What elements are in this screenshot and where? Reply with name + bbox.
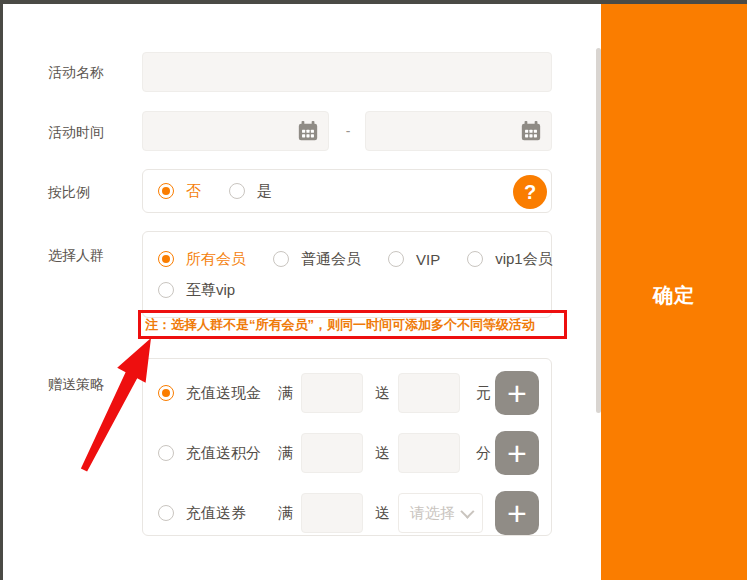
ratio-option-yes[interactable]: 是 — [229, 182, 272, 201]
by-ratio-group: 否 是 ? — [142, 169, 552, 213]
coupon-select[interactable]: 请选择 — [398, 493, 483, 533]
confirm-panel: 确定 — [601, 0, 747, 580]
strategy-group: 充值送现金 满 送 元 + 充值送积分 满 送 分 + 充值送券 满 送 请选择 — [142, 358, 552, 536]
radio-icon[interactable] — [229, 183, 245, 199]
strategy-coupon-label: 充值送券 — [186, 504, 264, 523]
crowd-option-vip[interactable]: VIP — [388, 251, 440, 268]
crowd-group: 所有会员 普通会员 VIP vip1会员 至尊vip — [142, 231, 552, 318]
radio-icon[interactable] — [388, 251, 404, 267]
ratio-option-no-label: 否 — [186, 182, 201, 201]
strategy-row-coupon: 充值送券 满 送 请选择 + — [143, 491, 551, 535]
calendar-icon — [520, 120, 542, 142]
coupon-select-placeholder: 请选择 — [410, 504, 455, 523]
threshold-prefix: 满 — [278, 384, 293, 403]
radio-selected-icon[interactable] — [158, 183, 174, 199]
crowd-option-supreme-vip-label: 至尊vip — [186, 281, 235, 300]
window-left-edge — [0, 0, 3, 580]
radio-icon[interactable] — [467, 251, 483, 267]
confirm-button[interactable]: 确定 — [601, 282, 747, 309]
radio-icon[interactable] — [158, 445, 174, 461]
activity-time-label: 活动时间 — [48, 124, 104, 142]
radio-icon[interactable] — [158, 505, 174, 521]
help-icon[interactable]: ? — [513, 175, 547, 209]
ratio-option-yes-label: 是 — [257, 182, 272, 201]
add-coupon-rule-button[interactable]: + — [495, 491, 539, 535]
radio-icon[interactable] — [158, 282, 174, 298]
crowd-option-vip1-label: vip1会员 — [495, 250, 553, 269]
crowd-option-normal-label: 普通会员 — [301, 250, 361, 269]
crowd-option-supreme-vip[interactable]: 至尊vip — [158, 281, 235, 300]
window-top-edge — [0, 0, 747, 4]
activity-name-input[interactable] — [142, 52, 552, 92]
select-crowd-label: 选择人群 — [48, 247, 104, 265]
strategy-points-label: 充值送积分 — [186, 444, 264, 463]
radio-selected-icon[interactable] — [158, 251, 174, 267]
crowd-option-normal[interactable]: 普通会员 — [273, 250, 361, 269]
cash-gift-input[interactable] — [398, 373, 460, 413]
dialog: 活动名称 活动时间 - — [0, 0, 747, 580]
ratio-option-no[interactable]: 否 — [158, 182, 201, 201]
chevron-down-icon — [460, 505, 474, 519]
threshold-prefix: 满 — [278, 444, 293, 463]
gift-prefix: 送 — [375, 504, 390, 523]
points-gift-input[interactable] — [398, 433, 460, 473]
unit-yuan: 元 — [476, 384, 491, 403]
crowd-option-vip1[interactable]: vip1会员 — [467, 250, 553, 269]
strategy-row-cash: 充值送现金 满 送 元 + — [143, 371, 551, 415]
unit-points: 分 — [476, 444, 491, 463]
date-end-input[interactable] — [365, 111, 552, 151]
threshold-prefix: 满 — [278, 504, 293, 523]
strategy-cash-label: 充值送现金 — [186, 384, 264, 403]
add-points-rule-button[interactable]: + — [495, 431, 539, 475]
cash-threshold-input[interactable] — [301, 373, 363, 413]
date-range-separator: - — [330, 111, 366, 151]
activity-name-label: 活动名称 — [48, 64, 104, 82]
radio-selected-icon[interactable] — [158, 385, 174, 401]
crowd-option-vip-label: VIP — [416, 251, 440, 268]
add-cash-rule-button[interactable]: + — [495, 371, 539, 415]
coupon-threshold-input[interactable] — [301, 493, 363, 533]
gift-prefix: 送 — [375, 384, 390, 403]
date-start-input[interactable] — [142, 111, 329, 151]
radio-icon[interactable] — [273, 251, 289, 267]
by-ratio-label: 按比例 — [48, 184, 90, 202]
gift-strategy-label: 赠送策略 — [48, 376, 104, 394]
gift-prefix: 送 — [375, 444, 390, 463]
annotation-box: 注：选择人群不是“所有会员”，则同一时间可添加多个不同等级活动 — [138, 310, 567, 339]
calendar-icon — [297, 120, 319, 142]
strategy-row-points: 充值送积分 满 送 分 + — [143, 431, 551, 475]
points-threshold-input[interactable] — [301, 433, 363, 473]
crowd-option-all[interactable]: 所有会员 — [158, 250, 246, 269]
crowd-option-all-label: 所有会员 — [186, 250, 246, 269]
crowd-note-text: 注：选择人群不是“所有会员”，则同一时间可添加多个不同等级活动 — [145, 316, 535, 334]
vertical-scrollbar[interactable] — [596, 48, 601, 413]
